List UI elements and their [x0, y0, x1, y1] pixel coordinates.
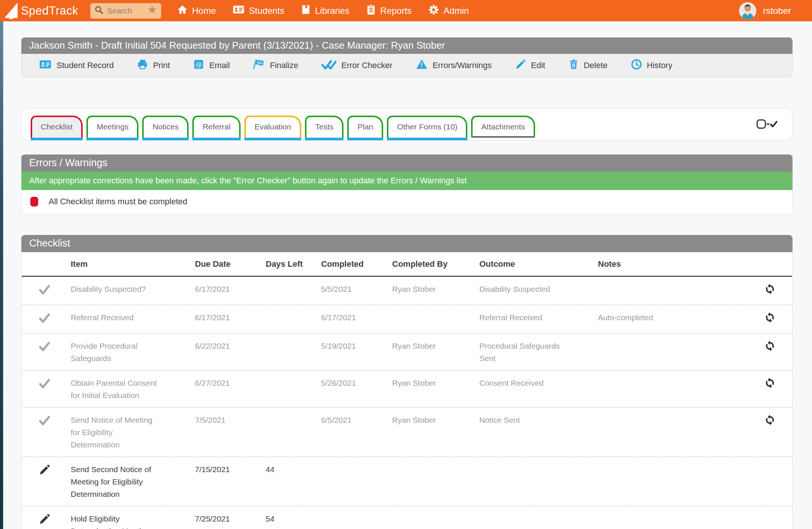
email-icon: @: [193, 59, 204, 72]
checklist-panel: Checklist Item Due Date Days Left Comple…: [21, 235, 793, 529]
nav-item-reports[interactable]: Reports: [366, 4, 412, 18]
tab-tests[interactable]: Tests: [305, 116, 344, 138]
row-completed-by: Ryan Stober: [392, 414, 479, 426]
avatar: [739, 2, 756, 19]
undo-completion-icon[interactable]: [764, 414, 776, 429]
tab-plan[interactable]: Plan: [347, 116, 383, 138]
nav-item-students[interactable]: Students: [232, 4, 284, 17]
errors-warnings-panel: Errors / Warnings After appropriate corr…: [21, 155, 793, 214]
tab-meetings[interactable]: Meetings: [86, 116, 138, 138]
username: rstober: [763, 6, 791, 16]
row-outcome: Notice Sent: [479, 414, 569, 426]
tab-evaluation[interactable]: Evaluation: [244, 116, 301, 138]
row-item: Hold Eligibility Determination Meeting: [71, 513, 162, 529]
search-box[interactable]: [90, 3, 161, 19]
errors-info-text: After appropriate corrections have been …: [29, 176, 467, 185]
search-input[interactable]: [107, 6, 144, 15]
nav-item-libraries[interactable]: Libraries: [301, 4, 349, 17]
desktop-edge: [0, 21, 3, 529]
row-completed-by: Ryan Stober: [392, 377, 479, 389]
toolbar-print-button[interactable]: Print: [137, 59, 170, 72]
tab-active-strip: [244, 138, 301, 140]
table-row: Provide Procedural Safeguards 6/22/2021 …: [22, 334, 792, 371]
user-menu[interactable]: rstober: [739, 2, 791, 19]
tab-active-strip: [142, 138, 189, 140]
undo-completion-icon[interactable]: [764, 283, 776, 298]
search-icon: [94, 5, 104, 16]
row-completed: 5/19/2021: [321, 340, 392, 352]
tab-active-strip: [347, 138, 383, 140]
main-nav: Home Students Libraries Reports Admin: [177, 4, 469, 18]
favorites-star-icon[interactable]: [147, 5, 157, 16]
tab-attachments[interactable]: Attachments: [471, 116, 535, 138]
row-completed: 5/26/2021: [321, 377, 392, 389]
clock-icon: [631, 59, 642, 72]
edit-pencil-icon[interactable]: [39, 464, 51, 479]
table-row: Disability Suspected? 6/17/2021 5/5/2021…: [22, 277, 792, 305]
checklist-rows: Disability Suspected? 6/17/2021 5/5/2021…: [22, 277, 792, 529]
tab-active-strip: [31, 138, 83, 140]
col-completed: Completed: [321, 259, 392, 269]
undo-completion-icon[interactable]: [764, 377, 776, 392]
brand-logo[interactable]: SpedTrack: [4, 1, 78, 21]
trash-icon: [568, 59, 579, 72]
col-due-date: Due Date: [195, 259, 261, 269]
toolbar-errors-warnings-button[interactable]: Errors/Warnings: [416, 59, 492, 72]
completed-check-icon: [38, 415, 51, 430]
tab-checklist[interactable]: Checklist: [31, 116, 83, 138]
completed-check-icon: [38, 312, 51, 327]
mark-all-complete-icon[interactable]: [756, 118, 778, 131]
record-toolbar: Student Record Print @ Email Finalize: [21, 54, 793, 77]
edit-pencil-icon[interactable]: [39, 513, 51, 529]
tab-notices[interactable]: Notices: [142, 116, 189, 138]
toolbar-error-checker-button[interactable]: Error Checker: [321, 59, 393, 72]
toolbar-finalize-button[interactable]: Finalize: [253, 59, 298, 72]
errors-panel-header: Errors / Warnings: [21, 155, 793, 172]
table-row: Hold Eligibility Determination Meeting 7…: [22, 507, 792, 529]
tab-active-strip: [305, 138, 344, 140]
case-title: Jackson Smith - Draft Initial 504 Reques…: [29, 40, 445, 51]
completed-check-icon: [38, 284, 51, 299]
undo-completion-icon[interactable]: [764, 340, 776, 355]
tab-active-strip: [86, 138, 138, 140]
row-due-date: 6/17/2021: [195, 311, 261, 324]
error-item: All Checklist items must be completed: [22, 195, 792, 209]
undo-completion-icon[interactable]: [764, 312, 776, 327]
toolbar-edit-button[interactable]: Edit: [515, 59, 545, 72]
svg-text:@: @: [195, 60, 202, 68]
completed-check-icon: [38, 377, 51, 393]
home-icon: [177, 4, 188, 17]
row-completed: 5/5/2021: [321, 283, 392, 295]
tab-bar: Checklist Meetings Notices Referral Eval…: [21, 108, 793, 141]
row-outcome: Referral Received: [479, 311, 569, 324]
nav-item-home[interactable]: Home: [177, 4, 216, 17]
row-due-date: 6/17/2021: [195, 283, 261, 295]
row-days-left: 44: [261, 463, 321, 476]
case-title-bar: Jackson Smith - Draft Initial 504 Reques…: [21, 37, 793, 54]
col-item: Item: [71, 259, 195, 269]
errors-list: All Checklist items must be completed: [21, 190, 793, 214]
tab-active-strip: [387, 138, 467, 140]
table-row: Referral Received 6/17/2021 6/17/2021 Re…: [22, 305, 792, 334]
table-row: Obtain Parental Consent for Initial Eval…: [22, 371, 792, 408]
errors-info-bar: After appropriate corrections have been …: [21, 172, 793, 190]
double-check-icon: [321, 59, 336, 72]
tab-other-forms-10[interactable]: Other Forms (10): [387, 116, 467, 138]
checklist-table: Item Due Date Days Left Completed Comple…: [21, 252, 793, 529]
col-completed-by: Completed By: [392, 259, 479, 269]
row-item: Obtain Parental Consent for Initial Eval…: [71, 377, 162, 401]
nav-item-admin[interactable]: Admin: [428, 4, 469, 18]
spedtrack-logo-icon: [4, 1, 19, 21]
toolbar-history-button[interactable]: History: [631, 59, 672, 72]
row-item: Send Second Notice of Meeting for Eligib…: [71, 463, 162, 500]
row-item: Disability Suspected?: [71, 283, 162, 295]
id-card-icon: [39, 59, 52, 72]
toolbar-delete-button[interactable]: Delete: [568, 59, 608, 72]
toolbar-email-button[interactable]: @ Email: [193, 59, 230, 72]
completed-check-icon: [38, 340, 51, 356]
toolbar-student-record-button[interactable]: Student Record: [39, 59, 114, 72]
row-outcome: Procedural Safeguards Sent: [479, 340, 569, 364]
tab-referral[interactable]: Referral: [192, 116, 241, 138]
row-completed: 6/5/2021: [321, 414, 392, 426]
pencil-icon: [515, 59, 526, 72]
